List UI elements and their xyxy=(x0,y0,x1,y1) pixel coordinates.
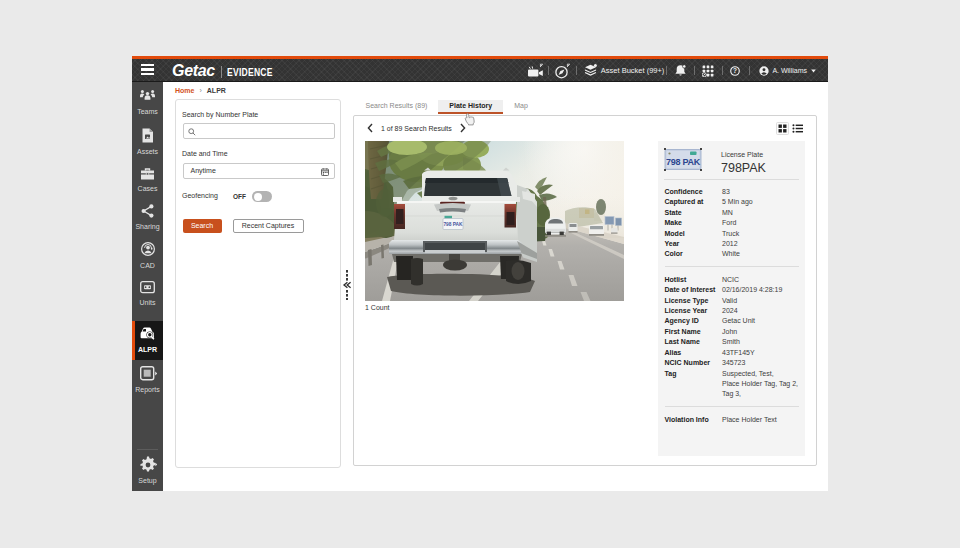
svg-text:798 PAK: 798 PAK xyxy=(443,222,463,227)
svg-text:?: ? xyxy=(733,67,737,74)
svg-text:798 PAK: 798 PAK xyxy=(666,157,701,167)
